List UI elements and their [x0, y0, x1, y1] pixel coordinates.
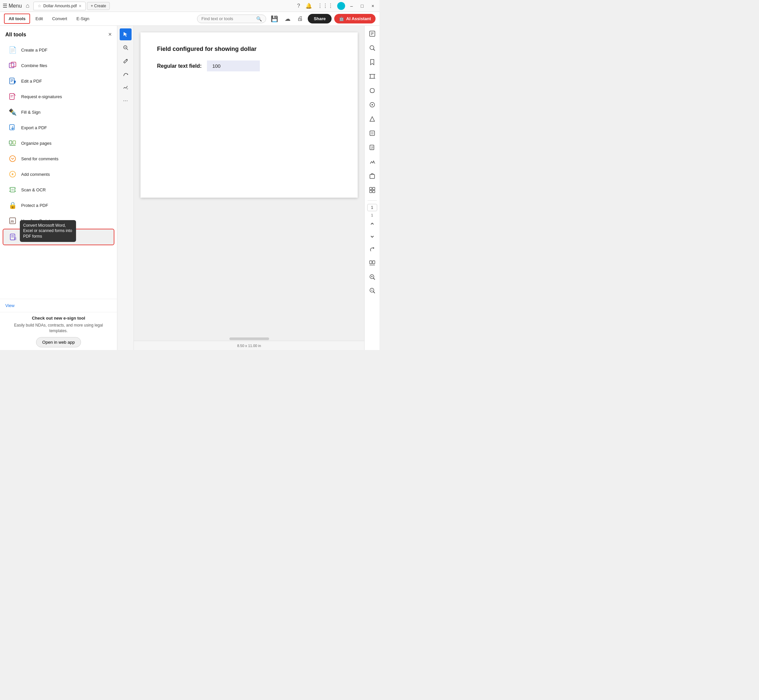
svg-rect-49: [372, 188, 375, 190]
right-panel-icon-2[interactable]: [367, 57, 377, 69]
main-layout: All tools × 📄 Create a PDF Combine files…: [0, 26, 380, 350]
svg-line-40: [373, 49, 375, 50]
select-tool-button[interactable]: [120, 28, 131, 40]
share-button[interactable]: Share: [308, 14, 332, 23]
right-panel-icon-8[interactable]: [367, 142, 377, 154]
scan-ocr-label: Scan & OCR: [21, 188, 45, 192]
curve-tool-button[interactable]: [120, 68, 131, 80]
svg-rect-52: [369, 261, 372, 264]
right-panel-icon-5[interactable]: [367, 100, 377, 112]
scroll-up-button[interactable]: [368, 219, 377, 230]
scroll-down-button[interactable]: [368, 232, 377, 243]
view-link[interactable]: View: [5, 303, 14, 308]
prepare-form-icon: [9, 232, 18, 242]
document-field-input[interactable]: 100: [207, 61, 260, 71]
menu-all-tools[interactable]: All tools: [4, 14, 30, 24]
right-panel-icon-7[interactable]: [367, 128, 377, 140]
menu-edit[interactable]: Edit: [31, 14, 47, 23]
create-tab-button[interactable]: + Create: [87, 2, 110, 10]
right-panel-icon-3[interactable]: [367, 71, 377, 83]
right-panel-icon-0[interactable]: [367, 28, 377, 41]
sign-tool-button[interactable]: [120, 81, 131, 93]
svg-point-14: [9, 156, 16, 162]
svg-rect-6: [9, 94, 14, 100]
avatar[interactable]: [337, 2, 345, 10]
svg-rect-47: [370, 175, 374, 178]
create-pdf-icon: 📄: [8, 45, 17, 55]
title-bar: ☰ Menu ⌂ ☆ Dollar Amounts.pdf × + Create…: [0, 0, 380, 12]
apps-grid-button[interactable]: ⋮⋮⋮: [316, 1, 335, 10]
print-button[interactable]: 🖨: [295, 14, 305, 23]
right-panel-icon-1[interactable]: [367, 43, 377, 55]
right-panel-icon-9[interactable]: [367, 156, 377, 169]
notification-button[interactable]: 🔔: [304, 1, 313, 10]
zoom-tool-button[interactable]: [120, 42, 131, 53]
menu-esign[interactable]: E-Sign: [72, 14, 93, 23]
tab-title: Dollar Amounts.pdf: [43, 4, 77, 8]
svg-rect-11: [9, 141, 12, 144]
active-tab[interactable]: ☆ Dollar Amounts.pdf ×: [33, 2, 86, 10]
sidebar-item-combine-files[interactable]: Combine files: [3, 58, 114, 73]
minimize-button[interactable]: –: [348, 3, 356, 9]
sidebar-item-organize-pages[interactable]: Organize pages: [3, 136, 114, 151]
svg-text:JS: JS: [10, 220, 14, 223]
search-input[interactable]: [201, 16, 254, 21]
svg-point-43: [372, 104, 373, 105]
right-panel-icon-4[interactable]: [367, 85, 377, 97]
document-page: Field configured for showing dollar Regu…: [141, 33, 358, 198]
zoom-out-button[interactable]: [367, 286, 377, 297]
sidebar-item-create-pdf[interactable]: 📄 Create a PDF: [3, 42, 114, 58]
maximize-button[interactable]: □: [358, 3, 366, 9]
right-panel-icon-10[interactable]: [367, 170, 377, 183]
document-dimensions: 8.50 x 11.00 in: [237, 344, 261, 348]
svg-rect-51: [372, 191, 375, 193]
menu-convert[interactable]: Convert: [48, 14, 71, 23]
document-area: Field configured for showing dollar Regu…: [134, 26, 364, 350]
document-field-row: Regular text field: 100: [157, 61, 341, 71]
svg-marker-30: [124, 32, 127, 37]
window-close-button[interactable]: ×: [369, 3, 377, 9]
combine-files-icon: [8, 61, 17, 70]
scan-ocr-icon: [8, 185, 17, 194]
sidebar-item-send-comments[interactable]: Send for comments: [3, 151, 114, 166]
right-panel-icon-11[interactable]: [367, 185, 377, 197]
tab-close-button[interactable]: ×: [79, 3, 81, 9]
save-button[interactable]: 💾: [269, 14, 280, 24]
sidebar-item-add-comments[interactable]: Add comments: [3, 167, 114, 182]
ai-icon: 🤖: [339, 16, 344, 21]
rotate-button[interactable]: [367, 245, 377, 256]
sidebar-item-edit-pdf[interactable]: Edit a PDF: [3, 73, 114, 89]
svg-rect-45: [371, 132, 374, 134]
sidebar-item-request-esig[interactable]: Request e-signatures: [3, 89, 114, 104]
help-button[interactable]: ?: [296, 2, 302, 10]
sidebar-item-fill-sign[interactable]: ✒️ Fill & Sign: [3, 105, 114, 120]
svg-rect-41: [370, 74, 374, 78]
home-button[interactable]: ⌂: [25, 1, 31, 11]
tab-star-icon: ☆: [38, 4, 41, 8]
right-panel-icon-6[interactable]: [367, 114, 377, 126]
organize-pages-icon: [8, 139, 17, 148]
page-number-box[interactable]: 1: [367, 204, 377, 211]
pencil-tool-button[interactable]: [120, 55, 131, 67]
horizontal-scrollbar[interactable]: [229, 338, 269, 340]
fill-sign-label: Fill & Sign: [21, 110, 41, 115]
total-pages: 1: [371, 213, 373, 217]
thumbnail-button[interactable]: [367, 258, 377, 270]
search-bar[interactable]: 🔍: [197, 14, 266, 23]
organize-pages-label: Organize pages: [21, 141, 52, 146]
zoom-in-button[interactable]: [367, 272, 377, 284]
open-web-app-button[interactable]: Open in web app: [36, 337, 81, 347]
upload-button[interactable]: ☁: [283, 14, 293, 24]
sidebar-item-export-pdf[interactable]: Export a PDF: [3, 120, 114, 135]
ai-assistant-button[interactable]: 🤖 AI Assistant: [334, 14, 376, 23]
menu-button[interactable]: ☰ Menu: [3, 3, 22, 9]
more-tools-button[interactable]: ···: [120, 95, 131, 106]
sidebar-item-protect-pdf[interactable]: 🔒 Protect a PDF: [3, 198, 114, 213]
title-bar-controls: ? 🔔 ⋮⋮⋮ – □ ×: [296, 1, 377, 10]
sidebar-close-button[interactable]: ×: [108, 31, 112, 38]
menu-bar: All tools Edit Convert E-Sign 🔍 💾 ☁ 🖨 Sh…: [0, 12, 380, 26]
protect-pdf-icon: 🔒: [8, 201, 17, 210]
svg-rect-2: [9, 78, 14, 84]
svg-rect-53: [372, 261, 375, 264]
sidebar-item-scan-ocr[interactable]: Scan & OCR: [3, 182, 114, 197]
